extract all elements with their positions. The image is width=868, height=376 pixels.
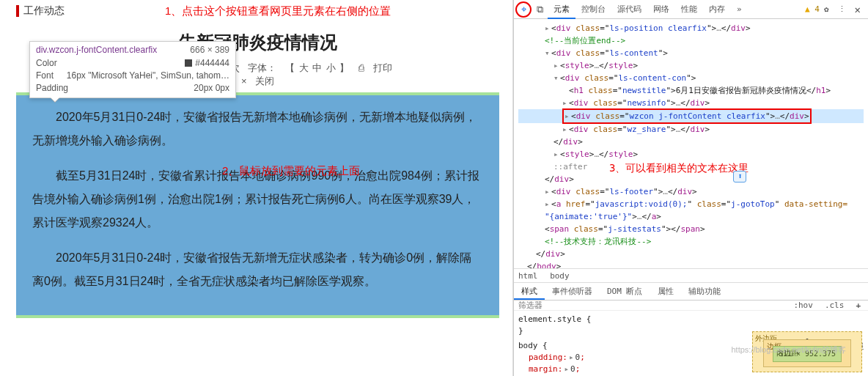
tab-console[interactable]: 控制台 (575, 0, 611, 19)
devtools-tabs: ⌖ ⧉ 元素 控制台 源代码 网络 性能 内存 » ▲ 4 ✿ ⋮ ✕ (514, 0, 868, 19)
kebab-icon[interactable]: ⋮ (834, 4, 850, 14)
tooltip-dimensions: 666 × 389 (190, 45, 229, 55)
styles-tabs: 样式 事件侦听器 DOM 断点 属性 辅助功能 (514, 283, 868, 301)
tab-memory[interactable]: 内存 (703, 0, 731, 19)
subtab-listeners[interactable]: 事件侦听器 (545, 283, 600, 300)
style-filter-input[interactable] (518, 301, 784, 310)
inspect-element-icon[interactable]: ⌖ (515, 1, 532, 18)
settings-icon[interactable]: ✿ (820, 4, 834, 14)
tab-network[interactable]: 网络 (647, 0, 675, 19)
tooltip-color-value: #444444 (195, 58, 229, 68)
dom-comment: <!--当前位置end--> (518, 34, 864, 47)
print-icon[interactable]: ⎙ (358, 62, 364, 73)
paragraph: 2020年5月31日0-24时，安徽省报告无新增本地确诊病例，无新增本地疑似病例… (32, 106, 483, 152)
subtab-accessibility[interactable]: 辅助功能 (681, 283, 728, 300)
tooltip-font-label: Font (36, 70, 54, 82)
subtab-dom-breakpoints[interactable]: DOM 断点 (600, 283, 650, 300)
annotation-2: 2、鼠标放到需要的元素上面 (222, 164, 360, 178)
device-toggle-icon[interactable]: ⧉ (532, 4, 548, 15)
color-swatch (185, 59, 192, 67)
dom-selected-row[interactable]: ▸<div class="wzcon j-fontContent clearfi… (518, 109, 864, 123)
style-filter-bar: :hov .cls + (514, 301, 868, 311)
watermark: https://blog.csdn.net/kylin的博客 (731, 344, 846, 355)
tooltip-color-label: Color (36, 57, 57, 70)
paragraph: 2020年5月31日0-24时，安徽省报告无新增无症状感染者，转为确诊0例，解除… (32, 246, 483, 293)
print-link[interactable]: 打印 (373, 62, 392, 73)
expand-icon[interactable]: ▸ (545, 22, 551, 34)
dom-tree[interactable]: ▸<div class="ls-position clearfix">…</di… (514, 19, 868, 268)
annotation-1: 1、点击这个按钮查看网页里元素在右侧的位置 (165, 4, 391, 18)
element-tooltip: div.wzcon.j-fontContent.clearfix 666 × 3… (29, 41, 236, 98)
meta-font-label: 字体： (248, 62, 276, 73)
tab-performance[interactable]: 性能 (675, 0, 703, 19)
tab-sources[interactable]: 源代码 (611, 0, 647, 19)
subtab-styles[interactable]: 样式 (514, 283, 545, 300)
margin-highlight: 2020年5月31日0-24时，安徽省报告无新增本地确诊病例，无新增本地疑似病例… (16, 92, 499, 318)
section-title: 工作动态 (23, 4, 65, 18)
crumb-body[interactable]: body (550, 271, 570, 281)
tab-elements[interactable]: 元素 (548, 0, 575, 19)
crumb-html[interactable]: html (518, 271, 538, 281)
warning-icon: ▲ (805, 4, 810, 14)
tab-more[interactable]: » (731, 0, 748, 19)
styles-pane[interactable]: element.style { } public.css:8 body { pa… (514, 311, 868, 376)
devtools-panel: ⌖ ⧉ 元素 控制台 源代码 网络 性能 内存 » ▲ 4 ✿ ⋮ ✕ ▸<di… (513, 0, 868, 376)
tooltip-font-value: 16px "Microsoft YaHei", SimSun, tahom… (67, 70, 229, 82)
tooltip-padding-label: Padding (36, 82, 68, 95)
close-link[interactable]: 关闭 (255, 75, 274, 86)
hov-toggle[interactable]: :hov (790, 301, 816, 310)
annotation-3: 3、可以看到相关的文本在这里⬆ (609, 162, 749, 174)
warnings-badge[interactable]: ▲ 4 (805, 4, 820, 14)
accent-bar (16, 5, 19, 17)
new-rule-button[interactable]: + (853, 301, 864, 310)
font-size-toggle[interactable]: 【 大 中 小 】 (285, 62, 350, 73)
close-devtools-icon[interactable]: ✕ (850, 4, 865, 15)
tooltip-padding-value: 20px 0px (194, 82, 229, 95)
tooltip-selector: div.wzcon.j-fontContent.clearfix (36, 45, 157, 55)
close-icon[interactable]: × (241, 75, 247, 86)
collapse-icon[interactable]: ▾ (545, 47, 551, 59)
cls-toggle[interactable]: .cls (822, 301, 847, 310)
dom-breadcrumb: html body (514, 268, 868, 283)
page-preview: 工作动态 1、点击这个按钮查看网页里元素在右侧的位置 告新冠肺炎疫情情况 卫生健… (0, 0, 513, 376)
content-highlight: 2020年5月31日0-24时，安徽省报告无新增本地确诊病例，无新增本地疑似病例… (16, 95, 499, 315)
arrow-up-icon: ⬆ (733, 171, 746, 183)
subtab-properties[interactable]: 属性 (650, 283, 681, 300)
